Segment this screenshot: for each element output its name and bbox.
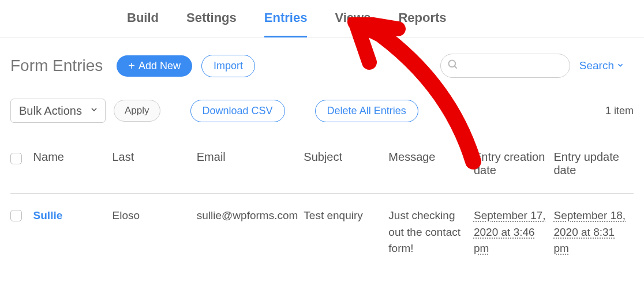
download-csv-button[interactable]: Download CSV [190, 100, 285, 122]
bulk-actions-select[interactable]: Bulk Actions [10, 99, 106, 123]
search-icon [447, 59, 459, 73]
cell-updated: September 18, 2020 at 8:31 pm [553, 194, 634, 271]
delete-all-button[interactable]: Delete All Entries [315, 100, 418, 122]
tab-settings[interactable]: Settings [186, 10, 237, 37]
search-input[interactable] [440, 54, 570, 78]
chevron-down-icon [616, 59, 624, 72]
import-button[interactable]: Import [201, 55, 255, 77]
search-dropdown[interactable]: Search [570, 59, 634, 72]
col-header-name[interactable]: Name [33, 134, 113, 194]
cell-name[interactable]: Sullie [33, 194, 113, 271]
col-header-created[interactable]: Entry creation date [474, 134, 554, 194]
row-checkbox[interactable] [10, 210, 22, 221]
table-row: Sullie Eloso sullie@wpforms.com Test enq… [10, 194, 634, 271]
cell-message: Just checking out the contact form! [388, 194, 474, 271]
cell-subject: Test enquiry [304, 194, 388, 271]
apply-button[interactable]: Apply [114, 100, 160, 122]
svg-line-1 [454, 66, 456, 69]
item-count: 1 item [605, 105, 634, 117]
col-header-updated[interactable]: Entry update date [553, 134, 634, 194]
col-header-subject[interactable]: Subject [304, 134, 388, 194]
cell-email: sullie@wpforms.com [197, 194, 304, 271]
cell-created: September 17, 2020 at 3:46 pm [474, 194, 554, 271]
tab-views[interactable]: Views [335, 10, 370, 37]
page-title: Form Entries [10, 57, 103, 75]
search-dropdown-label: Search [579, 59, 614, 72]
col-header-message[interactable]: Message [388, 134, 474, 194]
col-header-email[interactable]: Email [197, 134, 304, 194]
add-new-button[interactable]: + Add New [117, 55, 192, 77]
select-all-checkbox[interactable] [10, 153, 22, 164]
col-header-last[interactable]: Last [113, 134, 197, 194]
tab-entries[interactable]: Entries [264, 10, 308, 37]
plus-icon: + [128, 60, 135, 71]
cell-last: Eloso [113, 194, 197, 271]
tab-build[interactable]: Build [127, 10, 159, 37]
add-new-label: Add New [138, 60, 181, 72]
svg-point-0 [448, 61, 455, 67]
tab-reports[interactable]: Reports [398, 10, 446, 37]
